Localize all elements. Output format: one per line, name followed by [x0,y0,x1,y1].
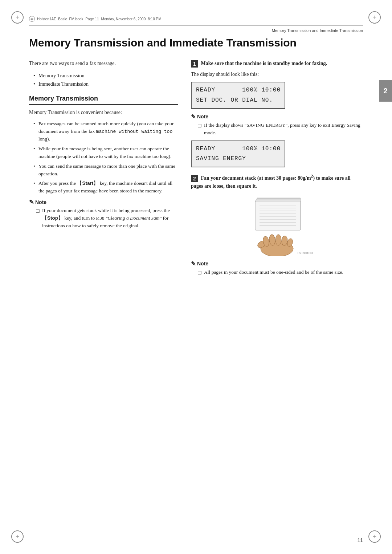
note-body-left: ☐ If your document gets stuck while it i… [29,207,178,230]
lcd-line2: SET DOC. OR DIAL NO. [196,95,280,105]
note-item-text: If your document gets stuck while it is … [42,207,178,230]
list-item: You can send the same message to more th… [33,163,178,178]
bottom-line [29,532,363,532]
metadata-date: Monday, November 6, 2000 [101,17,146,21]
note-item-step1-text: If the display shows "SAVING ENERGY", pr… [204,122,363,137]
step1-display-intro: The display should look like this: [191,70,363,78]
memory-bullet-list: Fax messages can be scanned much more qu… [33,120,178,195]
page-footer: 11 [29,537,363,543]
chapter-tab: 2 [379,80,392,102]
step2-heading-text: Fan your document stack (at most 30 page… [191,175,351,189]
step1-number: 1 [191,60,198,68]
note-item-step1: ☐ If the display shows "SAVING ENERGY", … [197,122,363,137]
list-item: While your fax message is being sent, an… [33,145,178,160]
corner-br [367,529,382,544]
lcd2-line1: READY 100% 10:00 [196,144,280,154]
step2-section: 2 Fan your document stack (at most 30 pa… [191,173,363,277]
fax-document-svg: TST9010N [237,194,317,256]
svg-rect-3 [255,201,301,230]
note-checkbox-step2-icon: ☐ [197,269,202,277]
metadata-filename: Holsten1AE_Basic_FM.book [37,17,83,21]
note-heading-left: ✎ Note [29,199,178,205]
list-item-label: Memory Transmission [38,73,84,78]
header-line [29,25,363,26]
running-header-text: Memory Transmission and Immediate Transm… [272,28,363,33]
lcd-line1: READY 100% 10:00 [196,85,280,95]
page-number: 11 [357,537,363,543]
intro-text: There are two ways to send a fax message… [29,60,178,68]
page-wrapper: ◉ Holsten1AE_Basic_FM.book Page 11 Monda… [0,0,392,554]
note-icon-step2: ✎ [191,260,196,267]
corner-tr [367,10,382,25]
note-body-step1: ☐ If the display shows "SAVING ENERGY", … [191,122,363,137]
corner-bl [10,529,25,544]
step1-heading-text: Make sure that the machine is in standby… [201,61,327,66]
metadata-page: Page 11 [85,17,99,21]
running-header: Memory Transmission and Immediate Transm… [29,28,363,33]
step1-heading: 1 Make sure that the machine is in stand… [191,60,363,68]
note-heading-step1: ✎ Note [191,113,363,120]
metadata-bar: ◉ Holsten1AE_Basic_FM.book Page 11 Monda… [29,16,363,22]
metadata-time: 8:10 PM [148,17,161,21]
step2-number: 2 [191,175,198,182]
lcd2-line2: SAVING ENERGY [196,154,280,164]
step2-heading: 2 Fan your document stack (at most 30 pa… [191,173,363,190]
lcd-display-2: READY 100% 10:00 SAVING ENERGY [191,140,285,167]
note-heading-step2: ✎ Note [191,260,363,267]
note-checkbox-icon: ☐ [36,208,40,230]
section-memory-body: Memory Transmission is convenient becaus… [29,109,178,117]
list-item: Memory Transmission [33,72,178,80]
two-column-layout: There are two ways to send a fax message… [29,60,363,280]
chapter-number: 2 [383,87,387,95]
list-item: After you press the 【Start】 key, the mac… [33,180,178,195]
fax-illustration: TST9010N [191,194,363,256]
note-section-left: ✎ Note ☐ If your document gets stuck whi… [29,199,178,230]
section-heading-memory: Memory Transmission [29,95,178,105]
intro-bullet-list: Memory Transmission Immediate Transmissi… [33,72,178,88]
list-item: Immediate Transmission [33,80,178,88]
step1-section: 1 Make sure that the machine is in stand… [191,60,363,167]
note-section-step1: ✎ Note ☐ If the display shows "SAVING EN… [191,113,363,137]
note-icon-step1: ✎ [191,113,196,120]
page-title: Memory Transmission and Immediate Transm… [29,36,363,49]
svg-point-16 [275,235,281,245]
note-label-step1: Note [197,114,208,119]
note-item-step2: ☐ All pages in your document must be one… [197,269,363,277]
metadata-circle-icon: ◉ [29,16,35,22]
note-body-step2: ☐ All pages in your document must be one… [191,269,363,277]
note-label-left: Note [35,199,46,205]
svg-text:TST9010N: TST9010N [297,251,313,255]
memory-transmission-section: Memory Transmission Memory Transmission … [29,95,178,230]
note-item-step2-text: All pages in your document must be one-s… [204,269,343,277]
note-icon-left: ✎ [29,199,34,205]
main-content: Memory Transmission and Immediate Transm… [29,36,363,532]
note-item: ☐ If your document gets stuck while it i… [36,207,178,230]
lcd-display-1: READY 100% 10:00 SET DOC. OR DIAL NO. [191,82,285,109]
right-column: 1 Make sure that the machine is in stand… [191,60,363,280]
list-item-label: Immediate Transmission [38,81,89,87]
note-label-step2: Note [197,261,208,266]
note-section-step2: ✎ Note ☐ All pages in your document must… [191,260,363,277]
corner-tl [10,10,25,25]
list-item: Fax messages can be scanned much more qu… [33,120,178,143]
note-checkbox-step1-icon: ☐ [197,122,202,137]
left-column: There are two ways to send a fax message… [29,60,178,280]
